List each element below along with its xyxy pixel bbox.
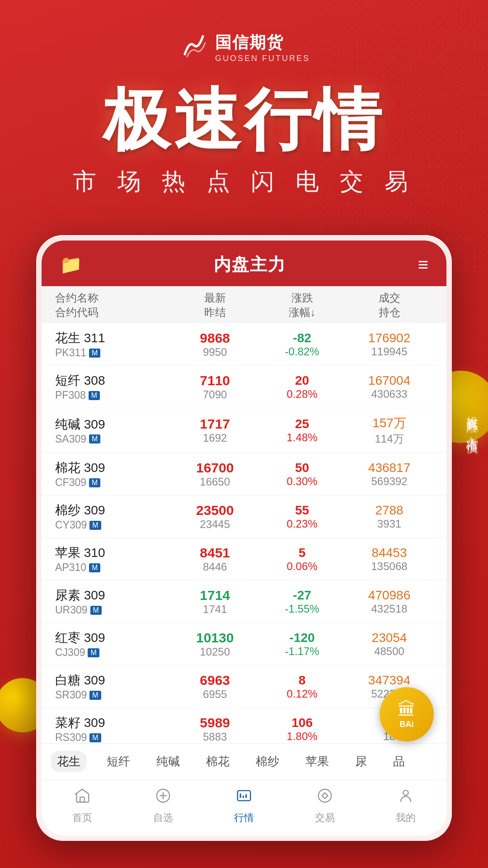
row-vol: 470986	[368, 588, 410, 603]
nav-icon-首页	[74, 787, 91, 808]
row-code: CY309M	[55, 519, 171, 531]
row-vol: 23054	[372, 631, 407, 645]
logo-icon	[178, 32, 210, 63]
cell-change: -82 -0.82%	[258, 330, 346, 359]
category-item[interactable]: 苹果	[299, 751, 335, 772]
row-vol: 436817	[368, 461, 410, 475]
category-item[interactable]: 短纤	[100, 751, 136, 772]
folder-icon[interactable]: 📁	[60, 254, 82, 275]
nav-icon-交易	[316, 787, 333, 808]
sub-title: 市 场 热 点 闪 电 交 易	[0, 166, 488, 198]
row-pos: 430633	[371, 388, 407, 401]
cell-vol: 2788 3931	[346, 502, 433, 531]
col-header-row2: 合约代码 昨结 涨幅↓ 持仓	[55, 305, 433, 320]
table-row[interactable]: 纯碱 309 SA309M 1717 1692 25 1.48% 157万 11…	[42, 408, 446, 453]
row-name: 花生 311	[55, 330, 171, 347]
category-item[interactable]: 尿	[349, 751, 373, 772]
badge-circle: 🏛 BAi	[380, 687, 434, 741]
logo-name: 国信期货	[215, 32, 310, 54]
cell-name: 尿素 309 UR309M	[55, 587, 171, 616]
category-item[interactable]: 花生	[51, 751, 87, 772]
row-name: 苹果 310	[55, 544, 171, 561]
row-pos: 569392	[371, 475, 407, 488]
row-change: 5	[299, 546, 306, 560]
row-code: SA309M	[55, 433, 171, 445]
cell-name: 棉纱 309 CY309M	[55, 502, 171, 531]
row-change: 106	[291, 716, 313, 730]
category-item[interactable]: 品	[387, 751, 411, 772]
row-pos: 119945	[371, 345, 407, 358]
cell-latest: 1717 1692	[171, 415, 258, 446]
cell-vol: 23054 48500	[346, 629, 433, 659]
row-vol: 347394	[368, 673, 410, 688]
col-vol: 成交	[346, 291, 433, 305]
nav-item-行情[interactable]: 行情	[234, 787, 254, 825]
cell-change: 5 0.06%	[258, 544, 346, 574]
table-row[interactable]: 棉花 309 CF309M 16700 16650 50 0.30% 43681…	[42, 453, 446, 495]
row-change: -82	[293, 331, 311, 345]
col-pct: 涨幅↓	[258, 305, 346, 320]
bottom-nav: 首页 自选 行情 交易 我的	[42, 779, 446, 835]
menu-icon[interactable]: ≡	[418, 255, 428, 275]
table-row[interactable]: 红枣 309 CJ309M 10130 10250 -120 -1.17% 23…	[42, 623, 446, 665]
cell-latest: 8451 8446	[171, 544, 258, 574]
row-latest: 23500	[196, 503, 234, 518]
cell-change: 25 1.48%	[258, 415, 346, 446]
table-row[interactable]: 苹果 310 AP310M 8451 8446 5 0.06% 84453 13…	[42, 538, 446, 580]
nav-label-我的: 我的	[396, 811, 416, 825]
row-vol: 84453	[372, 546, 407, 560]
row-vol: 176902	[368, 331, 410, 345]
nav-item-交易[interactable]: 交易	[315, 787, 335, 825]
nav-label-首页: 首页	[72, 811, 92, 825]
cell-vol: 436817 569392	[346, 459, 433, 489]
logo-area: 国信期货 GUOSEN FUTURES	[178, 32, 310, 63]
table-row[interactable]: 花生 311 PK311M 9868 9950 -82 -0.82% 17690…	[42, 323, 446, 366]
row-name: 白糖 309	[55, 672, 171, 689]
row-latest: 9868	[200, 330, 230, 346]
main-title: 极速行情	[0, 83, 488, 157]
cell-name: 短纤 308 PF308M	[55, 372, 171, 401]
cell-latest: 6963 6955	[171, 672, 258, 701]
nav-item-我的[interactable]: 我的	[396, 787, 416, 825]
col-code: 合约代码	[55, 305, 171, 320]
svg-rect-0	[80, 797, 84, 802]
row-code: PF308M	[55, 389, 171, 401]
nav-icon-我的	[397, 787, 414, 808]
row-latest: 8451	[200, 545, 230, 561]
row-vol: 2788	[375, 503, 403, 518]
cell-vol: 167004 430633	[346, 372, 433, 401]
data-rows: 花生 311 PK311M 9868 9950 -82 -0.82% 17690…	[42, 323, 446, 743]
category-item[interactable]: 棉纱	[249, 751, 286, 772]
row-code: RS309M	[55, 731, 171, 743]
row-name: 棉花 309	[55, 459, 171, 476]
row-code: CJ309M	[55, 646, 171, 659]
side-char-5: 险	[465, 412, 479, 414]
table-row[interactable]: 棉纱 309 CY309M 23500 23445 55 0.23% 2788 …	[42, 495, 446, 538]
phone-mockup: 📁 内盘主力 ≡ 合约名称 最新 涨跌 成交 合约代码 昨结 涨幅↓ 持仓 花生…	[36, 235, 452, 841]
table-row[interactable]: 短纤 308 PF308M 7110 7090 20 0.28% 167004 …	[42, 366, 446, 408]
row-change: 20	[295, 373, 309, 388]
nav-item-首页[interactable]: 首页	[72, 787, 92, 825]
row-name: 短纤 308	[55, 372, 171, 389]
cell-name: 棉花 309 CF309M	[55, 459, 171, 489]
row-pos: 3931	[377, 518, 401, 530]
cell-name: 菜籽 309 RS309M	[55, 714, 171, 743]
nav-item-自选[interactable]: 自选	[153, 787, 173, 825]
col-prev: 昨结	[171, 305, 258, 320]
cell-vol: 176902 119945	[346, 330, 433, 359]
row-change: 55	[295, 503, 309, 518]
category-item[interactable]: 纯碱	[150, 751, 186, 772]
nav-label-交易: 交易	[315, 811, 335, 825]
svg-marker-9	[322, 793, 328, 799]
nav-icon-行情	[235, 787, 253, 808]
cell-change: 8 0.12%	[258, 672, 346, 701]
category-bar[interactable]: 花生短纤纯碱棉花棉纱苹果尿品	[42, 743, 446, 779]
category-item[interactable]: 棉花	[200, 751, 236, 772]
cell-latest: 10130 10250	[171, 629, 258, 659]
cell-change: 50 0.30%	[258, 459, 346, 489]
row-latest: 1714	[200, 588, 230, 603]
table-row[interactable]: 尿素 309 UR309M 1714 1741 -27 -1.55% 47098…	[42, 580, 446, 623]
row-pos: 48500	[374, 645, 404, 658]
row-change: 25	[295, 417, 309, 431]
cell-latest: 16700 16650	[171, 459, 258, 489]
